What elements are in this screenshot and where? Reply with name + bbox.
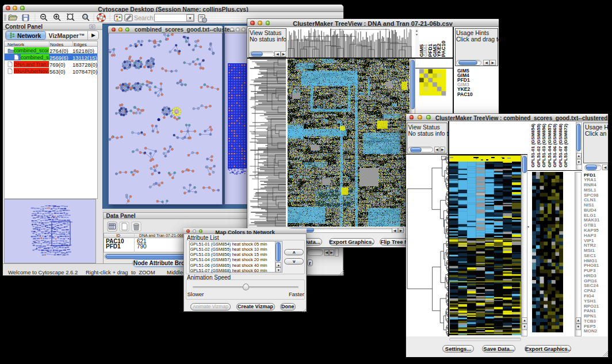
svg-text:1:1: 1:1 xyxy=(83,16,87,18)
svg-text:GPL51-04 (GSM857): GPL51-04 (GSM857) xyxy=(547,124,552,167)
svg-text:GPL51-03 (GSM856): GPL51-03 (GSM856) xyxy=(541,124,546,167)
svg-text:GPL51-07 (GSM868): GPL51-07 (GSM868) xyxy=(558,124,563,167)
svg-text:GPL51-02 (GSM855): GPL51-02 (GSM855) xyxy=(536,124,541,167)
svg-text:GPL51-08 (GSM872): GPL51-08 (GSM872) xyxy=(563,124,568,167)
svg-text:PAC10: PAC10 xyxy=(441,41,446,57)
svg-text:GPL51-06 (GSM865): GPL51-06 (GSM865) xyxy=(552,124,557,167)
svg-text:GPL51-01 (GSM854): GPL51-01 (GSM854) xyxy=(530,124,536,167)
